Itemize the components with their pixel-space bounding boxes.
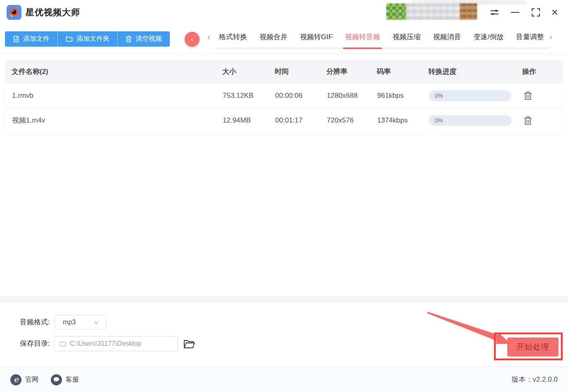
tab-video-merge[interactable]: 视频合并	[259, 25, 288, 49]
progress-bar: 0%	[429, 115, 511, 126]
col-header-bitrate: 码率	[377, 67, 428, 76]
tab-video-to-gif[interactable]: 视频转GIF	[300, 25, 333, 49]
chevron-down-icon: ∨	[94, 319, 108, 326]
titlebar: 星优视频大师 ×	[0, 0, 568, 25]
tab-speed-reverse[interactable]: 变速/倒放	[473, 25, 504, 49]
col-header-progress: 转换进度	[428, 67, 522, 76]
trash-icon	[126, 35, 132, 43]
cell-file-size: 12.94MB	[223, 116, 275, 125]
app-title: 星优视频大师	[26, 0, 80, 25]
trash-icon	[524, 116, 532, 125]
file-table: 文件名称(2) 大小 时间 分辨率 码率 转换进度 操作 1.rmvb 753.…	[5, 60, 563, 133]
app-logo-icon	[7, 5, 21, 20]
cell-resolution: 1280x688	[327, 92, 377, 100]
minimize-icon[interactable]	[509, 6, 522, 19]
official-site-label: 官网	[25, 375, 38, 384]
tabs-scroll-right-icon[interactable]: ›	[549, 25, 552, 49]
delete-row-button[interactable]	[523, 115, 533, 126]
audio-format-label: 音频格式:	[20, 315, 50, 330]
cell-file-name: 1.rmvb	[5, 92, 223, 100]
cell-file-name: 视频1.m4v	[5, 116, 223, 125]
file-icon	[13, 35, 19, 43]
user-info-blurred	[386, 3, 477, 20]
back-chevron-icon: ‹	[191, 35, 193, 43]
cell-bitrate: 1374kbps	[377, 116, 429, 125]
user-badge-blurred	[460, 3, 477, 20]
delete-row-button[interactable]	[523, 90, 533, 101]
table-row: 1.rmvb 753.12KB 00:00:06 1280x688 961kbp…	[5, 83, 563, 108]
toolbar-divider	[0, 53, 568, 54]
col-header-resolution: 分辨率	[326, 67, 377, 76]
cell-file-size: 753.12KB	[223, 92, 275, 100]
user-name-blurred	[406, 3, 460, 20]
cell-duration: 00:01:17	[275, 116, 327, 125]
save-dir-input[interactable]: C:\Users\31177\Desktop	[54, 336, 178, 351]
add-file-label: 添加文件	[23, 35, 50, 43]
customer-support-link[interactable]: 客服	[51, 367, 79, 392]
save-dir-label: 保存目录:	[20, 336, 50, 351]
tab-video-compress[interactable]: 视频压缩	[392, 25, 421, 49]
open-folder-icon	[183, 339, 195, 349]
save-dir-value: C:\Users\31177\Desktop	[70, 340, 141, 347]
add-folder-label: 添加文件夹	[76, 35, 109, 43]
back-circle-button[interactable]: ‹	[185, 32, 200, 47]
table-header-row: 文件名称(2) 大小 时间 分辨率 码率 转换进度 操作	[5, 60, 563, 83]
tab-format-convert[interactable]: 格式转换	[219, 25, 247, 49]
col-header-name: 文件名称(2)	[5, 67, 222, 76]
cell-resolution: 720x576	[327, 116, 377, 125]
col-header-action: 操作	[522, 67, 563, 76]
footer: e 官网 客服 版本：v2.2.0.0	[0, 366, 568, 392]
panel-gap	[0, 296, 568, 302]
customer-support-label: 客服	[66, 375, 79, 384]
col-header-size: 大小	[222, 67, 275, 76]
feature-tabs: 格式转换 视频合并 视频转GIF 视频转音频 视频压缩 视频消音 变速/倒放 音…	[219, 25, 544, 49]
audio-format-value: mp3	[55, 319, 96, 326]
clear-videos-label: 清空视频	[135, 35, 162, 43]
cell-bitrate: 961kbps	[377, 92, 429, 100]
folder-icon	[66, 36, 73, 42]
close-icon[interactable]: ×	[548, 6, 561, 19]
audio-format-select[interactable]: mp3 ∨	[54, 315, 106, 330]
table-row: 视频1.m4v 12.94MB 00:01:17 720x576 1374kbp…	[5, 108, 563, 133]
maximize-icon[interactable]	[529, 6, 542, 19]
start-processing-button[interactable]: 开始处理	[507, 338, 558, 357]
official-site-link[interactable]: e 官网	[10, 367, 38, 392]
add-file-button[interactable]: 添加文件	[5, 31, 58, 47]
add-folder-button[interactable]: 添加文件夹	[58, 31, 118, 47]
progress-bar: 0%	[429, 90, 511, 101]
chat-bubble-icon	[51, 374, 62, 385]
file-actions-group: 添加文件 添加文件夹 清空视频	[5, 31, 170, 47]
tab-video-to-audio[interactable]: 视频转音频	[345, 25, 380, 49]
folder-icon	[59, 341, 66, 347]
settings-sliders-icon[interactable]	[488, 6, 501, 19]
toolbar-row: 添加文件 添加文件夹 清空视频 ‹ ‹ 格式转换 视频合并 视频转GIF 视频转…	[0, 25, 568, 54]
tab-volume-adjust[interactable]: 音量调整	[516, 25, 544, 49]
col-header-duration: 时间	[275, 67, 326, 76]
tab-video-mute[interactable]: 视频消音	[433, 25, 461, 49]
user-avatar-blurred	[386, 3, 406, 20]
output-settings-panel: 音频格式: mp3 ∨ 保存目录: C:\Users\31177\Desktop…	[0, 302, 568, 366]
browse-folder-button[interactable]	[183, 338, 195, 350]
browser-e-icon: e	[10, 374, 21, 385]
cell-duration: 00:00:06	[275, 92, 327, 100]
trash-icon	[524, 91, 532, 100]
clear-videos-button[interactable]: 清空视频	[118, 31, 170, 47]
tabs-scroll-left-icon[interactable]: ‹	[207, 25, 210, 49]
version-text: 版本：v2.2.0.0	[512, 367, 558, 392]
